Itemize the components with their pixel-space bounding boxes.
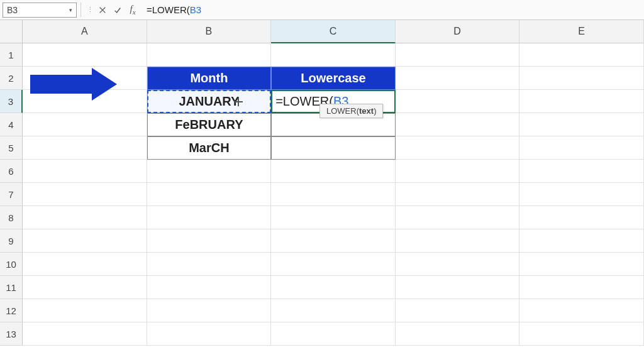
- tooltip-arg: text: [359, 106, 374, 116]
- row-header-8[interactable]: 8: [0, 206, 23, 229]
- chevron-down-icon[interactable]: ▾: [69, 7, 72, 13]
- cell-A4[interactable]: [23, 113, 147, 136]
- cell-B9[interactable]: [147, 229, 272, 253]
- cell-E4[interactable]: [519, 113, 644, 136]
- col-header-B[interactable]: B: [147, 20, 272, 43]
- cell-D1[interactable]: [396, 43, 520, 67]
- row-header-13[interactable]: 13: [0, 322, 23, 346]
- cell-B1[interactable]: [147, 43, 272, 67]
- function-tooltip: LOWER(text): [319, 104, 383, 118]
- cell-E7[interactable]: [519, 183, 644, 206]
- cell-E11[interactable]: [519, 276, 644, 299]
- row-header-4[interactable]: 4: [0, 113, 23, 136]
- cell-E1[interactable]: [519, 43, 644, 67]
- cell-D9[interactable]: [396, 229, 520, 253]
- cell-B2-header[interactable]: Month: [147, 67, 272, 90]
- cell-C9[interactable]: [271, 229, 396, 253]
- cell-E13[interactable]: [519, 322, 644, 346]
- row-header-7[interactable]: 7: [0, 183, 23, 206]
- name-box-value: B3: [7, 5, 18, 15]
- cell-C11[interactable]: [271, 276, 396, 299]
- cell-D11[interactable]: [396, 276, 520, 299]
- cell-C6[interactable]: [271, 160, 396, 183]
- formula-bar: B3 ▾ ⋮ fx =LOWER(B3: [0, 0, 644, 20]
- cell-B11[interactable]: [147, 276, 272, 299]
- col-header-D[interactable]: D: [396, 20, 520, 43]
- cell-B7[interactable]: [147, 183, 272, 206]
- row-header-3[interactable]: 3: [0, 90, 23, 113]
- cell-A11[interactable]: [23, 276, 147, 299]
- cell-B13[interactable]: [147, 322, 272, 346]
- divider: [80, 3, 81, 17]
- cell-B6[interactable]: [147, 160, 272, 183]
- cell-A5[interactable]: [23, 136, 147, 160]
- cell-A2[interactable]: [23, 67, 147, 90]
- row-header-1[interactable]: 1: [0, 43, 23, 67]
- cell-E9[interactable]: [519, 229, 644, 253]
- col-header-A[interactable]: A: [23, 20, 147, 43]
- col-header-C[interactable]: C: [271, 20, 396, 43]
- row-header-2[interactable]: 2: [0, 67, 23, 90]
- cell-D10[interactable]: [396, 253, 520, 276]
- cell-B8[interactable]: [147, 206, 272, 229]
- formula-input[interactable]: =LOWER(B3: [140, 4, 644, 15]
- cell-D12[interactable]: [396, 299, 520, 322]
- cell-B3-value: JANUARY: [179, 94, 239, 109]
- cell-A6[interactable]: [23, 160, 147, 183]
- cancel-button[interactable]: [96, 3, 109, 18]
- cell-B4[interactable]: FeBRUARY: [147, 113, 272, 136]
- select-all-corner[interactable]: [0, 20, 23, 43]
- fx-icon[interactable]: fx: [126, 3, 140, 18]
- row-header-6[interactable]: 6: [0, 160, 23, 183]
- cell-E3[interactable]: [519, 90, 644, 113]
- spreadsheet-grid[interactable]: A B C D E 1 2 Month Lowercase 3 JANUARY …: [0, 20, 644, 346]
- row-header-10[interactable]: 10: [0, 253, 23, 276]
- tooltip-fn: LOWER(: [326, 106, 359, 116]
- cell-E5[interactable]: [519, 136, 644, 160]
- cell-D3[interactable]: [396, 90, 520, 113]
- cell-A13[interactable]: [23, 322, 147, 346]
- row-header-9[interactable]: 9: [0, 229, 23, 253]
- cell-C2-header[interactable]: Lowercase: [271, 67, 396, 90]
- tooltip-close: ): [374, 106, 376, 116]
- row-header-11[interactable]: 11: [0, 276, 23, 299]
- cell-D8[interactable]: [396, 206, 520, 229]
- cell-A9[interactable]: [23, 229, 147, 253]
- formula-ref: B3: [190, 4, 201, 15]
- cell-B5[interactable]: MarCH: [147, 136, 272, 160]
- row-header-12[interactable]: 12: [0, 299, 23, 322]
- cell-D7[interactable]: [396, 183, 520, 206]
- cell-E10[interactable]: [519, 253, 644, 276]
- cell-D4[interactable]: [396, 113, 520, 136]
- dots-icon: ⋮: [86, 3, 94, 18]
- cell-C5[interactable]: [271, 136, 396, 160]
- cell-A8[interactable]: [23, 206, 147, 229]
- cell-A10[interactable]: [23, 253, 147, 276]
- cell-D6[interactable]: [396, 160, 520, 183]
- cell-B12[interactable]: [147, 299, 272, 322]
- cell-C8[interactable]: [271, 206, 396, 229]
- cell-A12[interactable]: [23, 299, 147, 322]
- cell-A7[interactable]: [23, 183, 147, 206]
- col-header-E[interactable]: E: [519, 20, 644, 43]
- cell-C1[interactable]: [271, 43, 396, 67]
- cell-E2[interactable]: [519, 67, 644, 90]
- cell-E6[interactable]: [519, 160, 644, 183]
- cell-B3[interactable]: JANUARY: [147, 90, 272, 113]
- cell-E12[interactable]: [519, 299, 644, 322]
- cell-A1[interactable]: [23, 43, 147, 67]
- enter-button[interactable]: [111, 3, 125, 18]
- cell-D2[interactable]: [396, 67, 520, 90]
- formula-prefix: =LOWER(: [147, 4, 190, 15]
- cell-D13[interactable]: [396, 322, 520, 346]
- cell-E8[interactable]: [519, 206, 644, 229]
- cell-A3[interactable]: [23, 90, 147, 113]
- cell-C10[interactable]: [271, 253, 396, 276]
- name-box[interactable]: B3 ▾: [3, 3, 77, 18]
- row-header-5[interactable]: 5: [0, 136, 23, 160]
- cell-C12[interactable]: [271, 299, 396, 322]
- cell-C13[interactable]: [271, 322, 396, 346]
- cell-B10[interactable]: [147, 253, 272, 276]
- cell-D5[interactable]: [396, 136, 520, 160]
- cell-C7[interactable]: [271, 183, 396, 206]
